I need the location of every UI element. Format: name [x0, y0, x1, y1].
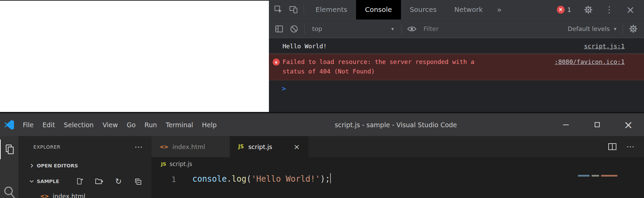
html-file-icon: <>: [160, 144, 168, 150]
code-token: 'Hello World!': [251, 174, 320, 184]
create-live-expression-eye-icon[interactable]: [404, 21, 419, 36]
sidebar-title: EXPLORER: [33, 144, 61, 150]
html-file-icon: <>: [40, 193, 49, 198]
maximize-button[interactable]: [581, 113, 613, 136]
context-label: top: [312, 25, 322, 32]
inspect-element-icon[interactable]: [271, 2, 286, 17]
console-prompt-row[interactable]: >: [269, 80, 644, 93]
section-actions: ↻: [76, 177, 151, 185]
toolbar-separator: [401, 24, 402, 34]
tab-network[interactable]: Network: [446, 0, 492, 19]
devtools-tabbar-right: × 1 ⋮ ×: [557, 2, 644, 17]
chevron-down-icon: ▾: [614, 26, 616, 32]
new-folder-icon[interactable]: [95, 177, 103, 185]
chevron-down-icon: ▾: [391, 26, 394, 32]
section-label: OPEN EDITORS: [37, 163, 78, 168]
file-name: index.html: [53, 193, 85, 198]
devtools-settings-gear-icon[interactable]: [581, 2, 596, 17]
chevron-right-icon: [29, 163, 34, 168]
code-editor[interactable]: 1 console.log('Hello World!');: [151, 171, 644, 198]
vscode-window: File Edit Selection View Go Run Terminal…: [0, 113, 644, 198]
window-controls: ×: [550, 113, 644, 136]
refresh-explorer-icon[interactable]: ↻: [114, 177, 123, 185]
menu-run[interactable]: Run: [140, 113, 161, 136]
minimize-button[interactable]: [550, 113, 581, 136]
explorer-sidebar: EXPLORER ⋯ OPEN EDITORS SAMPLE: [18, 136, 151, 198]
vscode-titlebar: File Edit Selection View Go Run Terminal…: [0, 113, 644, 136]
console-sidebar-icon[interactable]: [272, 21, 287, 36]
error-badge[interactable]: × 1: [557, 6, 571, 14]
editor-tab-index-html[interactable]: <> index.html: [151, 136, 230, 157]
js-file-icon: JS: [161, 161, 166, 167]
close-window-button[interactable]: ×: [613, 113, 644, 136]
section-sample[interactable]: SAMPLE: [18, 174, 151, 189]
toolbar-separator: [623, 24, 623, 34]
editor-more-actions-icon[interactable]: ⋯: [626, 142, 634, 151]
breadcrumb[interactable]: JS script.js: [151, 157, 644, 171]
menu-terminal[interactable]: Terminal: [161, 113, 197, 136]
section-open-editors[interactable]: OPEN EDITORS: [18, 158, 151, 174]
console-settings-gear-icon[interactable]: [626, 21, 641, 36]
toolbar-separator: [304, 24, 305, 34]
browser-viewport: [0, 0, 269, 112]
tab-sources[interactable]: Sources: [401, 0, 446, 19]
code-token: (: [246, 174, 251, 184]
editor-tab-script-js[interactable]: JS script.js ×: [230, 136, 308, 157]
code-token: ;: [325, 174, 330, 184]
line-number-gutter: 1: [151, 174, 176, 186]
code-token: .: [227, 174, 231, 184]
new-file-icon[interactable]: [76, 177, 84, 185]
console-toolbar: top ▾ Default levels ▾: [269, 20, 644, 38]
window-title: script.js - sample - Visual Studio Code: [245, 121, 547, 129]
tab-console[interactable]: Console: [356, 0, 401, 19]
menu-help[interactable]: Help: [197, 113, 221, 136]
clear-console-icon[interactable]: [287, 21, 302, 36]
file-item-index-html[interactable]: <> index.html: [18, 189, 151, 198]
menu-file[interactable]: File: [18, 113, 38, 136]
vscode-logo-icon[interactable]: [4, 120, 14, 130]
toolbar-separator: [304, 5, 304, 14]
device-toolbar-icon[interactable]: [286, 2, 301, 17]
tab-elements[interactable]: Elements: [307, 0, 356, 19]
chevron-down-icon: [29, 179, 34, 184]
search-activity-icon[interactable]: [0, 182, 18, 198]
code-token: log: [232, 174, 246, 184]
devtools-tabbar: Elements Console Sources Network » × 1: [269, 0, 644, 19]
text-cursor: [330, 173, 331, 183]
split-editor-icon[interactable]: [608, 143, 617, 150]
collapse-folders-icon[interactable]: [134, 177, 142, 185]
console-messages: Hello World! script.js:1 × Failed to loa…: [269, 38, 644, 112]
console-error-text: Failed to load resource: the server resp…: [283, 57, 483, 76]
menu-selection[interactable]: Selection: [60, 113, 98, 136]
breadcrumb-file: script.js: [170, 161, 192, 167]
minimap-mark: [601, 175, 617, 177]
explorer-more-actions-icon[interactable]: ⋯: [134, 142, 143, 152]
tab-label: index.html: [173, 143, 205, 150]
section-label: SAMPLE: [37, 179, 59, 184]
code-token: console: [192, 174, 227, 184]
screenshot-root: Elements Console Sources Network » × 1: [0, 0, 644, 198]
menu-view[interactable]: View: [98, 113, 122, 136]
console-error-source-link[interactable]: :8080/favicon.ico:1: [554, 57, 625, 67]
log-levels-label: Default levels: [568, 25, 610, 32]
console-filter-input[interactable]: [423, 25, 509, 32]
console-source-link[interactable]: script.js:1: [584, 43, 625, 50]
devtools-panel: Elements Console Sources Network » × 1: [269, 0, 644, 112]
code-line-1: console.log('Hello World!');: [192, 172, 331, 185]
error-count-icon: ×: [557, 6, 565, 14]
js-file-icon: JS: [238, 144, 244, 150]
close-tab-icon[interactable]: ×: [294, 143, 300, 151]
explorer-activity-icon[interactable]: [0, 139, 18, 159]
console-log-text: Hello World!: [283, 43, 327, 50]
menu-edit[interactable]: Edit: [38, 113, 60, 136]
error-count: 1: [567, 6, 571, 13]
javascript-context-selector[interactable]: top ▾: [307, 25, 399, 32]
vscode-body: EXPLORER ⋯ OPEN EDITORS SAMPLE: [0, 136, 644, 198]
close-devtools-icon[interactable]: ×: [623, 2, 638, 17]
minimap[interactable]: [578, 171, 639, 198]
log-levels-dropdown[interactable]: Default levels ▾: [564, 25, 620, 32]
devtools-kebab-menu-icon[interactable]: ⋮: [602, 2, 617, 17]
close-icon: ×: [624, 119, 633, 130]
more-tabs-icon[interactable]: »: [492, 0, 507, 19]
menu-go[interactable]: Go: [122, 113, 140, 136]
